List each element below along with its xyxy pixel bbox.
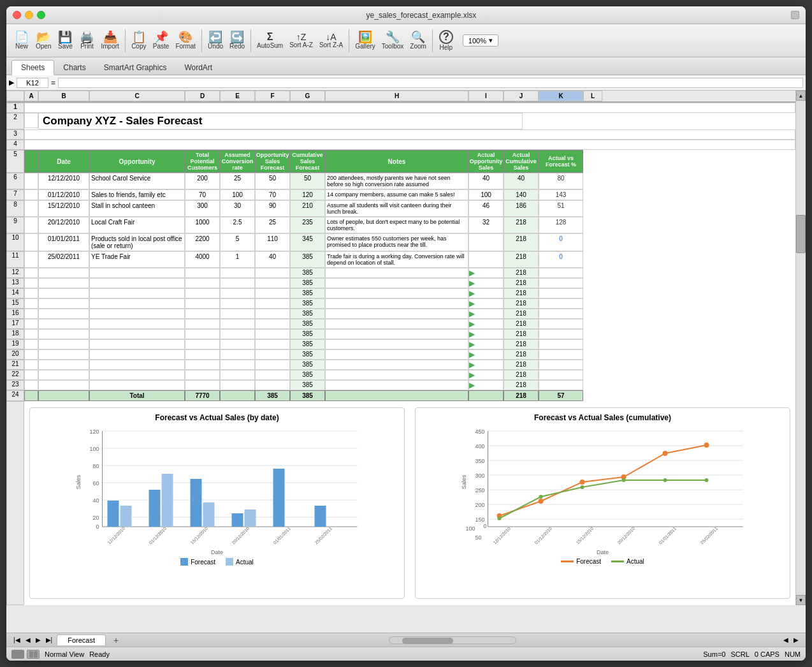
window-expand-button[interactable] (791, 11, 799, 19)
cell-k12[interactable] (539, 268, 583, 278)
nav-prev[interactable]: ◀ (24, 636, 33, 644)
cell-h12[interactable] (325, 268, 468, 278)
print-button[interactable]: 🖨️ Print (76, 30, 97, 51)
cell-notes-7[interactable]: 14 company members, assume can make 5 sa… (325, 189, 468, 200)
cell-g20[interactable]: 385 (290, 349, 325, 360)
cell-k19[interactable] (539, 339, 583, 349)
tab-sheets[interactable]: Sheets (11, 60, 54, 75)
cell-i18[interactable]: ▶ (468, 329, 504, 339)
cell-cum-forecast-6[interactable]: 50 (290, 173, 325, 189)
normal-view-icon[interactable] (11, 650, 24, 659)
nav-first[interactable]: |◀ (11, 636, 22, 644)
cell-actual-opp-7[interactable]: 100 (468, 189, 504, 200)
cell-j18[interactable]: 218 (504, 329, 539, 339)
cell-a21[interactable] (24, 360, 38, 370)
cell-date-7[interactable]: 01/12/2010 (38, 189, 89, 200)
nav-next[interactable]: ▶ (34, 636, 43, 644)
cell-j12[interactable]: 218 (504, 268, 539, 278)
new-button[interactable]: 📄 New (11, 30, 32, 51)
cell-row-3[interactable] (24, 129, 795, 140)
cell-a24[interactable] (24, 390, 38, 401)
zoom-control[interactable]: 100% ▾ (463, 34, 498, 47)
header-opportunity[interactable]: Opportunity (89, 150, 185, 173)
autosum-button[interactable]: Σ AutoSum (254, 31, 286, 50)
cell-cum-forecast-10[interactable]: 345 (290, 233, 325, 251)
sort-za-button[interactable]: ↓A Sort Z-A (317, 31, 345, 50)
cell-b13[interactable] (38, 278, 89, 288)
total-actual-cum[interactable]: 218 (504, 390, 539, 401)
cell-f16[interactable] (255, 309, 290, 319)
cell-k14[interactable] (539, 288, 583, 298)
cell-k15[interactable] (539, 298, 583, 309)
cell-j16[interactable]: 218 (504, 309, 539, 319)
cell-e15[interactable] (220, 298, 255, 309)
cell-h22[interactable] (325, 370, 468, 380)
cell-actual-cum-7[interactable]: 140 (504, 189, 539, 200)
cell-g23[interactable]: 385 (290, 380, 325, 390)
save-button[interactable]: 💾 Save (55, 30, 75, 51)
cell-k20[interactable] (539, 349, 583, 360)
cell-vs-forecast-10[interactable]: 0 (539, 233, 583, 251)
cell-a22[interactable] (24, 370, 38, 380)
cell-j19[interactable]: 218 (504, 339, 539, 349)
cell-actual-opp-6[interactable]: 40 (468, 173, 504, 189)
cell-g16[interactable]: 385 (290, 309, 325, 319)
cell-b20[interactable] (38, 349, 89, 360)
cell-i22[interactable]: ▶ (468, 370, 504, 380)
cell-a14[interactable] (24, 288, 38, 298)
cell-conv-9[interactable]: 2.5 (220, 217, 255, 233)
cell-c22[interactable] (89, 370, 185, 380)
cell-notes-11[interactable]: Trade fair is during a working day. Conv… (325, 251, 468, 268)
cell-a20[interactable] (24, 349, 38, 360)
cell-g18[interactable]: 385 (290, 329, 325, 339)
cell-c13[interactable] (89, 278, 185, 288)
cell-h16[interactable] (325, 309, 468, 319)
cell-vs-forecast-6[interactable]: 80 (539, 173, 583, 189)
cell-opp-11[interactable]: YE Trade Fair (89, 251, 185, 268)
cell-e21[interactable] (220, 360, 255, 370)
cell-i24[interactable] (468, 390, 504, 401)
scroll-down-button[interactable]: ▼ (796, 595, 806, 605)
cell-f23[interactable] (255, 380, 290, 390)
cell-total-10[interactable]: 2200 (185, 233, 220, 251)
hscroll-track[interactable] (389, 636, 516, 644)
cell-a5[interactable] (24, 150, 38, 173)
cell-f22[interactable] (255, 370, 290, 380)
header-total-potential[interactable]: Total Potential Customers (185, 150, 220, 173)
formula-input[interactable] (58, 78, 803, 88)
cell-cum-forecast-7[interactable]: 120 (290, 189, 325, 200)
cell-e22[interactable] (220, 370, 255, 380)
cell-c20[interactable] (89, 349, 185, 360)
header-actual-cum-sales[interactable]: Actual Cumulative Sales (504, 150, 539, 173)
cell-b18[interactable] (38, 329, 89, 339)
hscroll-right[interactable]: ▶ (792, 636, 801, 644)
cell-a16[interactable] (24, 309, 38, 319)
cell-vs-forecast-8[interactable]: 51 (539, 200, 583, 217)
cell-e19[interactable] (220, 339, 255, 349)
total-cum-forecast[interactable]: 385 (290, 390, 325, 401)
cell-g14[interactable]: 385 (290, 288, 325, 298)
cell-total-11[interactable]: 4000 (185, 251, 220, 268)
cell-j17[interactable]: 218 (504, 319, 539, 329)
cell-d12[interactable] (185, 268, 220, 278)
cell-date-8[interactable]: 15/12/2010 (38, 200, 89, 217)
total-opp-forecast[interactable]: 385 (255, 390, 290, 401)
header-date[interactable]: Date (38, 150, 89, 173)
cell-b24[interactable] (38, 390, 89, 401)
cell-e13[interactable] (220, 278, 255, 288)
cell-e17[interactable] (220, 319, 255, 329)
cell-c14[interactable] (89, 288, 185, 298)
cell-c12[interactable] (89, 268, 185, 278)
cell-date-11[interactable]: 25/02/2011 (38, 251, 89, 268)
cell-notes-10[interactable]: Owner estimates 550 customers per week, … (325, 233, 468, 251)
cell-a8[interactable] (24, 200, 38, 217)
cell-k13[interactable] (539, 278, 583, 288)
cell-g12[interactable]: 385 (290, 268, 325, 278)
cell-opp-forecast-10[interactable]: 110 (255, 233, 290, 251)
cell-b19[interactable] (38, 339, 89, 349)
cell-actual-cum-9[interactable]: 218 (504, 217, 539, 233)
cell-c18[interactable] (89, 329, 185, 339)
cell-f19[interactable] (255, 339, 290, 349)
cell-a9[interactable] (24, 217, 38, 233)
cell-a6[interactable] (24, 173, 38, 189)
